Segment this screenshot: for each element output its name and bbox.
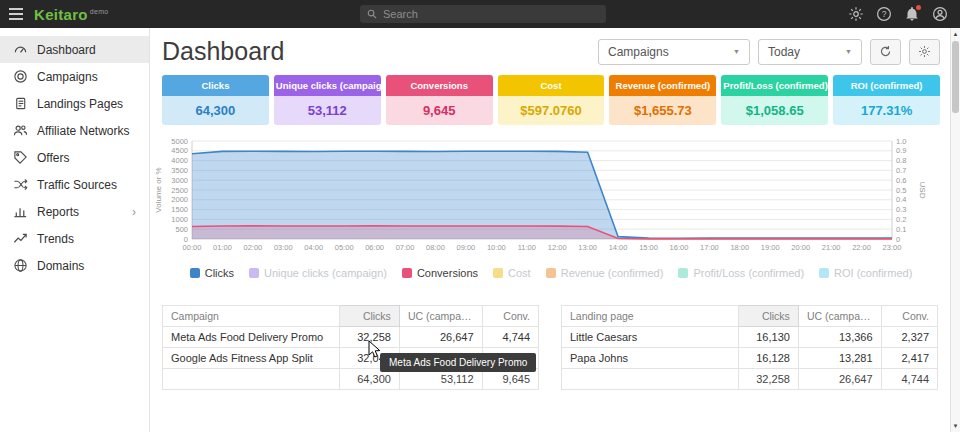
scrollbar-up-button[interactable]: ▲	[951, 28, 960, 40]
row-value-cell: 2,417	[881, 348, 937, 369]
people-icon	[13, 123, 28, 138]
refresh-icon	[879, 45, 892, 58]
legend-swatch	[546, 268, 556, 278]
legend-swatch	[493, 268, 503, 278]
svg-text:00:00: 00:00	[183, 243, 202, 252]
column-header-uc-campaign[interactable]: UC (campaign)	[798, 306, 881, 327]
search-input[interactable]	[383, 8, 599, 20]
shuffle-icon	[13, 177, 28, 192]
page-title: Dashboard	[162, 37, 284, 66]
campaigns-table-panel: CampaignClicksUC (campaign)Conv.Meta Ads…	[162, 305, 539, 390]
legend-item-conversions[interactable]: Conversions	[402, 267, 478, 279]
traffic-chart: 0500100015002000250030003500400045005000…	[152, 133, 930, 257]
svg-text:500: 500	[175, 225, 188, 234]
metric-label: Profit/Loss (confirmed)	[721, 75, 828, 96]
legend-item-roi-confirmed[interactable]: ROI (confirmed)	[819, 267, 912, 279]
sidebar-item-affiliate-networks[interactable]: Affiliate Networks	[0, 117, 149, 144]
metric-value: 9,645	[386, 96, 493, 125]
column-header-campaign[interactable]: Campaign	[163, 306, 340, 327]
row-name-cell: Papa Johns	[562, 348, 739, 369]
metric-card-unique-clicks: Unique clicks (campaign)53,112	[274, 75, 381, 125]
svg-text:02:00: 02:00	[243, 243, 262, 252]
chevron-down-icon: ▼	[845, 48, 852, 55]
sidebar-item-domains[interactable]: Domains	[0, 252, 149, 279]
sidebar-item-offers[interactable]: Offers	[0, 144, 149, 171]
svg-text:0.6: 0.6	[896, 176, 906, 185]
svg-text:0.3: 0.3	[896, 205, 906, 214]
gauge-icon	[13, 42, 28, 57]
landings-table: Landing pageClicksUC (campaign)Conv.Litt…	[561, 305, 938, 390]
global-search[interactable]	[360, 5, 606, 23]
scrollbar-down-button[interactable]: ▼	[951, 420, 960, 432]
app-logo[interactable]: Keitarodemo	[34, 6, 109, 23]
dashboard-settings-button[interactable]	[909, 39, 940, 65]
svg-text:0.4: 0.4	[896, 195, 906, 204]
date-range-select[interactable]: Today ▼	[758, 39, 862, 65]
menu-icon[interactable]	[0, 8, 32, 20]
help-icon[interactable]: ?	[876, 6, 892, 22]
column-header-conv[interactable]: Conv.	[881, 306, 937, 327]
svg-text:11:00: 11:00	[518, 243, 536, 252]
svg-text:0.7: 0.7	[896, 166, 906, 175]
svg-text:5000: 5000	[171, 137, 188, 146]
sidebar-item-campaigns[interactable]: Campaigns	[0, 63, 149, 90]
metric-card-revenue: Revenue (confirmed)$1,655.73	[609, 75, 716, 125]
legend-item-unique-clicks-campaign[interactable]: Unique clicks (campaign)	[249, 267, 387, 279]
svg-text:13:00: 13:00	[578, 243, 597, 252]
metric-card-roi: ROI (confirmed)177.31%	[833, 75, 940, 125]
sidebar-item-label: Campaigns	[37, 70, 98, 84]
column-header-clicks[interactable]: Clicks	[738, 306, 798, 327]
settings-gear-icon[interactable]	[848, 6, 864, 22]
svg-text:07:00: 07:00	[396, 243, 415, 252]
metric-value: $1,058.65	[721, 96, 828, 125]
notifications-bell-icon[interactable]	[904, 6, 920, 22]
scrollbar-thumb[interactable]	[952, 41, 959, 113]
sidebar-item-label: Traffic Sources	[37, 178, 117, 192]
legend-item-revenue-confirmed[interactable]: Revenue (confirmed)	[546, 267, 664, 279]
refresh-button[interactable]	[870, 39, 901, 65]
legend-item-cost[interactable]: Cost	[493, 267, 531, 279]
account-icon[interactable]	[932, 6, 948, 22]
trend-icon	[13, 231, 28, 246]
legend-label: Clicks	[205, 267, 234, 279]
column-header-uc-campaign[interactable]: UC (campaign)	[399, 306, 482, 327]
sidebar-item-dashboard[interactable]: Dashboard	[0, 36, 149, 63]
table-row[interactable]: Little Caesars16,13013,3662,327	[562, 327, 938, 348]
chevron-down-icon: ▼	[733, 48, 740, 55]
sidebar-item-reports[interactable]: Reports ›	[0, 198, 149, 225]
sidebar-item-landings-pages[interactable]: Landings Pages	[0, 90, 149, 117]
svg-text:22:00: 22:00	[852, 243, 871, 252]
row-value-cell: 13,281	[798, 348, 881, 369]
tag-icon	[13, 150, 28, 165]
column-header-landing-page[interactable]: Landing page	[562, 306, 739, 327]
legend-swatch	[249, 268, 259, 278]
metric-card-cost: Cost$597.0760	[498, 75, 605, 125]
legend-item-profit-loss-confirmed[interactable]: Profit/Loss (confirmed)	[678, 267, 804, 279]
svg-text:0.8: 0.8	[896, 156, 906, 165]
pages-icon	[13, 96, 28, 111]
tooltip: Meta Ads Food Delivery Promo	[380, 353, 536, 372]
legend-item-clicks[interactable]: Clicks	[190, 267, 234, 279]
row-value-cell: 32,258	[339, 327, 399, 348]
sidebar-item-trends[interactable]: Trends	[0, 225, 149, 252]
column-header-conv[interactable]: Conv.	[482, 306, 538, 327]
legend-label: Cost	[508, 267, 531, 279]
metric-label: Conversions	[386, 75, 493, 96]
campaign-filter-select[interactable]: Campaigns ▼	[598, 39, 750, 65]
svg-text:0.9: 0.9	[896, 146, 906, 155]
svg-text:03:00: 03:00	[274, 243, 293, 252]
metric-card-conversions: Conversions9,645	[386, 75, 493, 125]
svg-text:USD: USD	[918, 182, 927, 199]
app-window: Keitarodemo ? Dashboard	[0, 0, 960, 432]
table-row[interactable]: Papa Johns16,12813,2812,417	[562, 348, 938, 369]
scrollbar[interactable]: ▲ ▼	[950, 28, 960, 432]
traffic-chart-area: 0500100015002000250030003500400045005000…	[150, 125, 950, 279]
sidebar-item-traffic-sources[interactable]: Traffic Sources	[0, 171, 149, 198]
globe-icon	[13, 258, 28, 273]
table-row[interactable]: Meta Ads Food Delivery Promo32,25826,647…	[163, 327, 539, 348]
row-value-cell: 26,647	[399, 327, 482, 348]
metric-cards-row: Clicks64,300Unique clicks (campaign)53,1…	[150, 73, 950, 125]
svg-text:23:00: 23:00	[883, 243, 902, 252]
column-header-clicks[interactable]: Clicks	[339, 306, 399, 327]
row-value-cell: 16,128	[738, 348, 798, 369]
